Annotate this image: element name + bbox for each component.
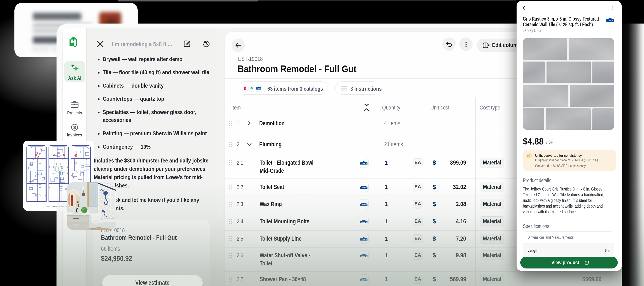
svg-text:LOWE'S: LOWE'S — [361, 163, 366, 164]
svg-text:LOWE'S: LOWE'S — [256, 88, 261, 89]
svg-text:LOWE'S: LOWE'S — [361, 221, 366, 223]
svg-text:LOWE'S: LOWE'S — [361, 187, 366, 188]
svg-text:LOWE'S: LOWE'S — [361, 279, 366, 280]
svg-text:LOWE'S: LOWE'S — [361, 238, 366, 240]
svg-text:$: $ — [73, 125, 76, 130]
svg-text:LOWE'S: LOWE'S — [361, 204, 366, 205]
svg-text:LOWE'S: LOWE'S — [361, 255, 366, 257]
svg-text:LOWE'S: LOWE'S — [607, 20, 614, 22]
